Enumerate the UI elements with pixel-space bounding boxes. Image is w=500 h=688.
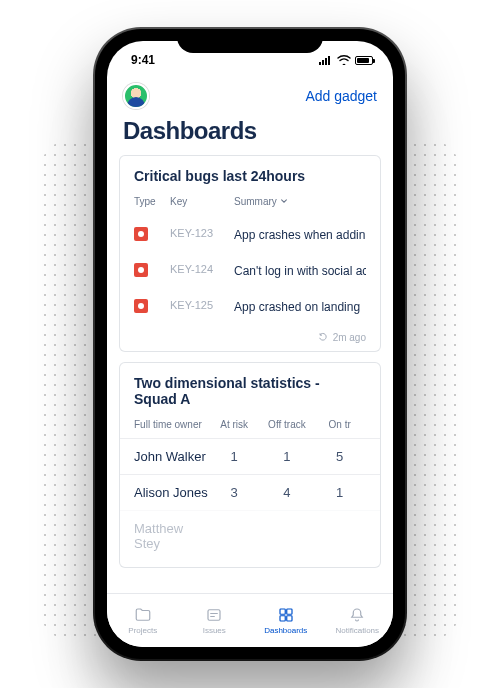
bug-icon <box>134 227 148 241</box>
stats-card-title: Two dimensional statistics - Squad A <box>120 375 380 415</box>
bug-key: KEY-125 <box>170 299 234 311</box>
svg-rect-1 <box>322 60 324 65</box>
tab-notifications[interactable]: Notifications <box>322 594 394 647</box>
bell-icon <box>348 606 366 624</box>
svg-rect-5 <box>280 609 285 614</box>
svg-rect-4 <box>208 610 220 621</box>
updated-label: 2m ago <box>333 332 366 343</box>
col-summary[interactable]: Summary <box>234 196 366 207</box>
tab-projects[interactable]: Projects <box>107 594 179 647</box>
col-owner: Full time owner <box>134 419 208 430</box>
stats-header-row: Full time owner At risk Off track On tr <box>120 415 380 438</box>
bug-summary: Can't log in with social accounts <box>234 263 366 279</box>
col-risk: At risk <box>208 419 261 430</box>
col-on: On tr <box>313 419 366 430</box>
bug-icon <box>134 263 148 277</box>
tab-bar: Projects Issues Dashboards Notifications <box>107 593 393 647</box>
table-row[interactable]: John Walker 1 1 5 <box>120 438 380 474</box>
svg-rect-8 <box>287 616 292 621</box>
chevron-down-icon <box>280 196 288 207</box>
stats-card: Two dimensional statistics - Squad A Ful… <box>119 362 381 568</box>
owner-cell: Alison Jones <box>134 485 208 500</box>
content-scroll[interactable]: Critical bugs last 24hours Type Key Summ… <box>107 155 393 593</box>
bug-icon <box>134 299 148 313</box>
table-row[interactable]: Alison Jones 3 4 1 <box>120 474 380 510</box>
svg-rect-0 <box>319 62 321 65</box>
svg-rect-7 <box>280 616 285 621</box>
tab-dashboards[interactable]: Dashboards <box>250 594 322 647</box>
avatar[interactable] <box>123 83 149 109</box>
refresh-icon[interactable] <box>318 332 328 342</box>
table-row[interactable]: KEY-123 App crashes when adding attachme… <box>120 217 380 253</box>
table-row[interactable]: KEY-124 Can't log in with social account… <box>120 253 380 289</box>
owner-cell: Matthew Stey <box>134 521 208 551</box>
owner-cell: John Walker <box>134 449 208 464</box>
table-row[interactable]: KEY-125 App crashed on landing <box>120 289 380 325</box>
col-key: Key <box>170 196 234 207</box>
issues-icon <box>205 606 223 624</box>
bug-key: KEY-124 <box>170 263 234 275</box>
status-time: 9:41 <box>131 53 155 67</box>
svg-rect-3 <box>328 56 330 65</box>
bugs-card: Critical bugs last 24hours Type Key Summ… <box>119 155 381 352</box>
folder-icon <box>134 606 152 624</box>
bug-key: KEY-123 <box>170 227 234 239</box>
svg-rect-6 <box>287 609 292 614</box>
bug-summary: App crashes when adding attachment <box>234 227 366 243</box>
bug-summary: App crashed on landing <box>234 299 366 315</box>
bugs-header-row: Type Key Summary <box>120 192 380 217</box>
page-title: Dashboards <box>107 115 393 155</box>
add-gadget-button[interactable]: Add gadget <box>305 88 377 104</box>
tab-issues[interactable]: Issues <box>179 594 251 647</box>
signal-icon <box>319 55 333 65</box>
battery-icon <box>355 56 373 65</box>
dashboard-icon <box>277 606 295 624</box>
svg-rect-2 <box>325 58 327 65</box>
bugs-card-title: Critical bugs last 24hours <box>120 168 380 192</box>
col-type: Type <box>134 196 170 207</box>
table-row[interactable]: Matthew Stey <box>120 510 380 561</box>
wifi-icon <box>337 55 351 65</box>
col-off: Off track <box>261 419 314 430</box>
